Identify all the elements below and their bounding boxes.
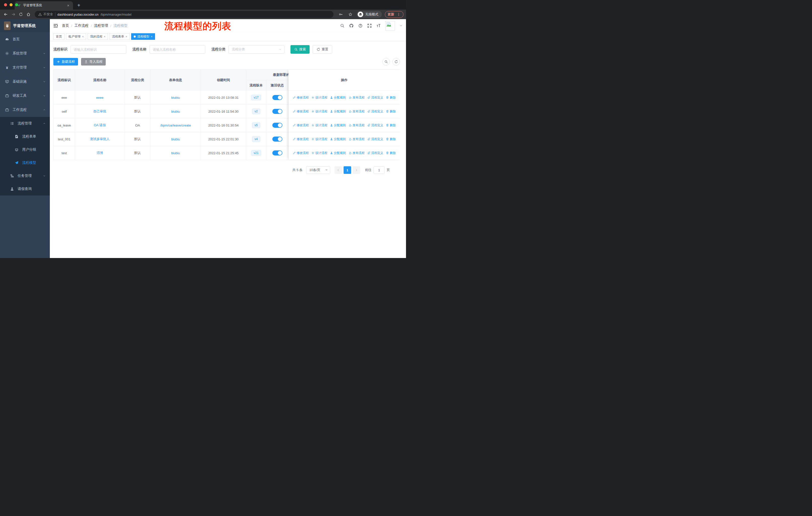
process-definition-link[interactable]: 流程定义 (367, 109, 383, 114)
design-process-link[interactable]: 设计流程 (311, 151, 327, 155)
design-process-link[interactable]: 设计流程 (311, 109, 327, 114)
security-chip[interactable]: 不安全 (38, 12, 53, 17)
sidebar-item-system[interactable]: 系统管理 (0, 46, 50, 60)
process-id-input[interactable] (70, 45, 126, 54)
address-bar[interactable]: 不安全 dashboard.yudao.iocoder.cn/bpm/manag… (35, 11, 334, 18)
delete-link[interactable]: 删除 (386, 96, 396, 100)
breadcrumb-home[interactable]: 首页 (62, 23, 69, 28)
edit-process-link[interactable]: 修改流程 (293, 151, 309, 155)
form-info-link[interactable]: biubiu (171, 110, 180, 113)
hide-search-button[interactable] (382, 58, 390, 65)
refresh-table-button[interactable] (393, 58, 400, 65)
edit-process-link[interactable]: 修改流程 (293, 123, 309, 128)
sidebar-item-payment[interactable]: ¥ 支付管理 (0, 60, 50, 75)
hamburger-icon[interactable] (53, 24, 58, 28)
back-icon[interactable] (2, 11, 9, 18)
tag-close-icon[interactable]: × (125, 35, 127, 38)
sidebar-item-workflow[interactable]: 工作流程 (0, 103, 50, 117)
edit-process-link[interactable]: 修改流程 (293, 109, 309, 114)
design-process-link[interactable]: 设计流程 (311, 96, 327, 100)
bookmark-star-icon[interactable] (347, 11, 354, 18)
delete-link[interactable]: 删除 (386, 137, 396, 141)
avatar[interactable] (385, 21, 395, 30)
design-process-link[interactable]: 设计流程 (311, 137, 327, 141)
fullscreen-icon[interactable] (367, 23, 372, 28)
reload-icon[interactable] (18, 11, 24, 18)
window-close-button[interactable] (4, 3, 7, 6)
process-definition-link[interactable]: 流程定义 (367, 123, 383, 128)
tag-my-process[interactable]: 我的流程× (88, 33, 108, 40)
password-key-icon[interactable] (338, 11, 344, 18)
search-icon[interactable] (340, 23, 345, 28)
tag-process-model[interactable]: 流程模型× (131, 33, 155, 40)
breadcrumb-workflow[interactable]: 工作流程 (75, 23, 89, 28)
active-toggle[interactable] (272, 123, 283, 128)
form-info-link[interactable]: /bpm/oa/leave/create (160, 124, 191, 127)
create-process-button[interactable]: 新建流程 (53, 58, 78, 65)
sidebar-item-process-management[interactable]: 流程管理 (0, 117, 50, 130)
assign-rule-link[interactable]: 分配规则 (330, 123, 346, 128)
publish-process-link[interactable]: 发布流程 (349, 96, 365, 100)
active-toggle[interactable] (272, 137, 283, 142)
tag-tenant[interactable]: 租户管理× (66, 33, 86, 40)
tag-close-icon[interactable]: × (151, 35, 152, 38)
tag-process-form[interactable]: 流程表单× (110, 33, 129, 40)
home-icon[interactable] (25, 11, 32, 18)
current-page-button[interactable]: 1 (344, 166, 351, 174)
browser-menu-dots-icon[interactable] (397, 12, 401, 17)
active-toggle[interactable] (272, 109, 283, 114)
prev-page-button[interactable] (335, 166, 342, 174)
assign-rule-link[interactable]: 分配规则 (330, 137, 346, 141)
window-zoom-button[interactable] (15, 3, 18, 6)
next-page-button[interactable] (353, 166, 360, 174)
assign-rule-link[interactable]: 分配规则 (330, 96, 346, 100)
edit-process-link[interactable]: 修改流程 (293, 96, 309, 100)
process-name-link[interactable]: 滔博 (97, 151, 103, 155)
assign-rule-link[interactable]: 分配规则 (330, 151, 346, 155)
github-icon[interactable] (349, 23, 354, 28)
forward-icon[interactable] (10, 11, 17, 18)
form-info-link[interactable]: biubiu (171, 151, 180, 155)
tag-home[interactable]: 首页 (53, 33, 64, 40)
edit-process-link[interactable]: 修改流程 (293, 137, 309, 141)
publish-process-link[interactable]: 发布流程 (349, 151, 365, 155)
process-definition-link[interactable]: 流程定义 (367, 96, 383, 100)
publish-process-link[interactable]: 发布流程 (349, 137, 365, 141)
form-info-link[interactable]: biubiu (171, 96, 180, 100)
delete-link[interactable]: 删除 (386, 109, 396, 114)
sidebar-item-process-form[interactable]: 流程表单 (0, 130, 50, 143)
process-definition-link[interactable]: 流程定义 (367, 151, 383, 155)
sidebar-item-leave-query[interactable]: 请假查询 (0, 183, 50, 195)
sidebar-logo[interactable]: 芋道管理系统 (0, 19, 50, 32)
sidebar-item-home[interactable]: 首页 (0, 32, 50, 46)
design-process-link[interactable]: 设计流程 (311, 123, 327, 128)
delete-link[interactable]: 删除 (386, 123, 396, 128)
page-size-select[interactable]: 10条/页 (306, 166, 330, 174)
reset-button[interactable]: 重置 (313, 45, 332, 54)
process-definition-link[interactable]: 流程定义 (367, 137, 383, 141)
process-name-link[interactable]: eeee (96, 96, 104, 100)
sidebar-item-process-model[interactable]: 流程模型 (0, 156, 50, 169)
delete-link[interactable]: 删除 (386, 151, 396, 155)
breadcrumb-process-management[interactable]: 流程管理 (94, 23, 108, 28)
assign-rule-link[interactable]: 分配规则 (330, 109, 346, 114)
window-minimize-button[interactable] (9, 3, 12, 6)
sidebar-item-task-management[interactable]: 任务管理 (0, 169, 50, 183)
sidebar-item-user-group[interactable]: 用户分组 (0, 143, 50, 156)
font-size-icon[interactable] (376, 23, 381, 28)
form-info-link[interactable]: biubiu (171, 137, 180, 141)
tab-close-icon[interactable] (66, 3, 70, 8)
active-toggle[interactable] (272, 151, 283, 156)
active-toggle[interactable] (272, 95, 283, 100)
goto-page-input[interactable] (374, 166, 385, 174)
search-button[interactable]: 搜索 (290, 45, 310, 54)
sidebar-item-infra[interactable]: 基础设施 (0, 75, 50, 89)
sidebar-item-devtools[interactable]: 研发工具 (0, 89, 50, 103)
process-name-input[interactable] (149, 45, 205, 54)
browser-tab[interactable]: 芋道管理系统 (14, 1, 73, 9)
new-tab-button[interactable]: + (75, 1, 83, 9)
publish-process-link[interactable]: 发布流程 (349, 109, 365, 114)
tag-close-icon[interactable]: × (82, 35, 84, 38)
browser-update-button[interactable]: 更新 (385, 11, 404, 18)
import-process-button[interactable]: 导入流程 (81, 58, 106, 65)
